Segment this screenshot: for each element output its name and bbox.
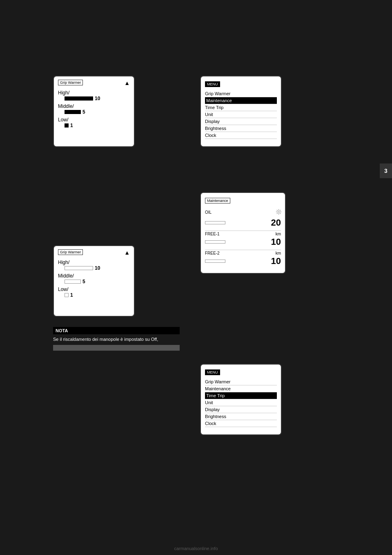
free2-value: 10 bbox=[271, 256, 281, 266]
menu-1-item-unit[interactable]: Unit bbox=[205, 111, 277, 118]
level-high-bar: 10 bbox=[65, 96, 130, 101]
maintenance-oil-bar-row: 20 bbox=[205, 217, 281, 228]
watermark-text: carmanualsonline.info bbox=[174, 546, 218, 551]
level-low-label: Low/ bbox=[58, 116, 130, 123]
level-low-row: Low/ 1 bbox=[58, 116, 130, 128]
alert-icon: ▲ bbox=[124, 80, 130, 86]
level2-high-bar: 10 bbox=[65, 265, 130, 271]
menu-2-item-display[interactable]: Display bbox=[205, 406, 277, 413]
maintenance-oil-row: OIL ❊ bbox=[205, 208, 281, 217]
maintenance-free1-bar-row: 10 bbox=[205, 237, 281, 247]
grip-warmer-screen-2: Grip Warmer ▲ High/ 10 Middle/ 5 Low/ 1 bbox=[53, 245, 135, 317]
nota-header: NOTA bbox=[53, 327, 180, 334]
grip-warmer-1-tag: Grip Warmer bbox=[58, 80, 83, 85]
nota-section: NOTA Se il riscaldamento dei manopole è … bbox=[53, 327, 180, 351]
menu-1-item-clock[interactable]: Clock bbox=[205, 132, 277, 139]
level2-middle-value: 5 bbox=[82, 279, 85, 284]
level-middle-row: Middle/ 5 bbox=[58, 103, 130, 115]
menu-2-item-grip-warmer[interactable]: Grip Warmer bbox=[205, 378, 277, 385]
nota-label: NOTA bbox=[56, 328, 68, 333]
maintenance-free1-label-row: FREE-1 km bbox=[205, 232, 281, 236]
level2-middle-row: Middle/ 5 bbox=[58, 273, 130, 284]
level2-low-value: 1 bbox=[70, 292, 73, 298]
menu-1-item-display[interactable]: Display bbox=[205, 118, 277, 125]
level-high-row: High/ 10 bbox=[58, 90, 130, 101]
level-low-value: 1 bbox=[70, 123, 73, 128]
grip-warmer-2-tag: Grip Warmer bbox=[58, 249, 83, 255]
level2-high-value: 10 bbox=[95, 265, 100, 271]
level2-high-row: High/ 10 bbox=[58, 259, 130, 271]
maintenance-tag: Maintenance bbox=[205, 198, 230, 204]
nota-bar bbox=[53, 345, 180, 351]
level2-middle-bar: 5 bbox=[65, 279, 130, 284]
level-low-bar: 1 bbox=[65, 123, 130, 128]
maint-divider-1 bbox=[205, 231, 281, 231]
maintenance-free2-unit: km bbox=[276, 251, 281, 255]
menu-screen-1: MENU Grip Warmer Maintenance Time Trip U… bbox=[200, 76, 282, 147]
oil-bar bbox=[205, 221, 225, 224]
maintenance-free2-bar-row: 10 bbox=[205, 256, 281, 266]
free1-value: 10 bbox=[271, 237, 281, 247]
level-high-label: High/ bbox=[58, 90, 130, 96]
level-middle-bar: 5 bbox=[65, 109, 130, 115]
maintenance-free1-label: FREE-1 bbox=[205, 232, 220, 236]
level2-middle-label: Middle/ bbox=[58, 273, 130, 279]
oil-value: 20 bbox=[271, 217, 281, 228]
maint-divider-2 bbox=[205, 250, 281, 250]
menu-screen-2: MENU Grip Warmer Maintenance Time Trip U… bbox=[200, 364, 282, 435]
menu-1-item-brightness[interactable]: Brightness bbox=[205, 125, 277, 132]
free2-bar bbox=[205, 260, 225, 263]
page-number-tab: 3 bbox=[380, 163, 392, 178]
page-content: 3 Grip Warmer ▲ High/ 10 Middle/ 5 Low/ bbox=[0, 0, 392, 555]
menu-2-item-maintenance[interactable]: Maintenance bbox=[205, 385, 277, 392]
menu-2-item-brightness[interactable]: Brightness bbox=[205, 413, 277, 420]
nota-text: Se il riscaldamento dei manopole è impos… bbox=[53, 336, 180, 343]
maintenance-free1-unit: km bbox=[276, 232, 281, 236]
menu-2-item-time-trip[interactable]: Time Trip bbox=[205, 392, 277, 399]
nota-text-line1: Se il riscaldamento dei manopole è impos… bbox=[53, 337, 158, 342]
level2-low-bar: 1 bbox=[65, 292, 130, 298]
menu-1-item-grip-warmer[interactable]: Grip Warmer bbox=[205, 90, 277, 97]
menu-1-item-maintenance[interactable]: Maintenance bbox=[205, 97, 277, 104]
oil-change-icon: ❊ bbox=[276, 208, 281, 217]
menu-1-item-time-trip[interactable]: Time Trip bbox=[205, 104, 277, 111]
level-middle-value: 5 bbox=[82, 109, 85, 115]
menu-2-tag: MENU bbox=[205, 369, 220, 375]
page-number: 3 bbox=[384, 168, 388, 174]
menu-1-tag: MENU bbox=[205, 81, 220, 87]
menu-2-item-unit[interactable]: Unit bbox=[205, 399, 277, 406]
free1-bar bbox=[205, 240, 225, 244]
maintenance-free2-label-row: FREE-2 km bbox=[205, 251, 281, 255]
alert-icon-2: ▲ bbox=[124, 249, 130, 256]
level-high-value: 10 bbox=[95, 96, 100, 101]
level2-low-row: Low/ 1 bbox=[58, 286, 130, 298]
maintenance-oil-label: OIL bbox=[205, 210, 223, 215]
grip-warmer-screen-1: Grip Warmer ▲ High/ 10 Middle/ 5 Low/ 1 bbox=[53, 76, 135, 147]
level-middle-label: Middle/ bbox=[58, 103, 130, 109]
watermark: carmanualsonline.info bbox=[174, 546, 218, 551]
level2-high-label: High/ bbox=[58, 259, 130, 265]
maintenance-free2-label: FREE-2 bbox=[205, 251, 220, 255]
maintenance-screen: Maintenance OIL ❊ 20 FREE-1 km 10 FREE-2… bbox=[200, 192, 286, 274]
level2-low-label: Low/ bbox=[58, 286, 130, 292]
menu-2-item-clock[interactable]: Clock bbox=[205, 420, 277, 427]
